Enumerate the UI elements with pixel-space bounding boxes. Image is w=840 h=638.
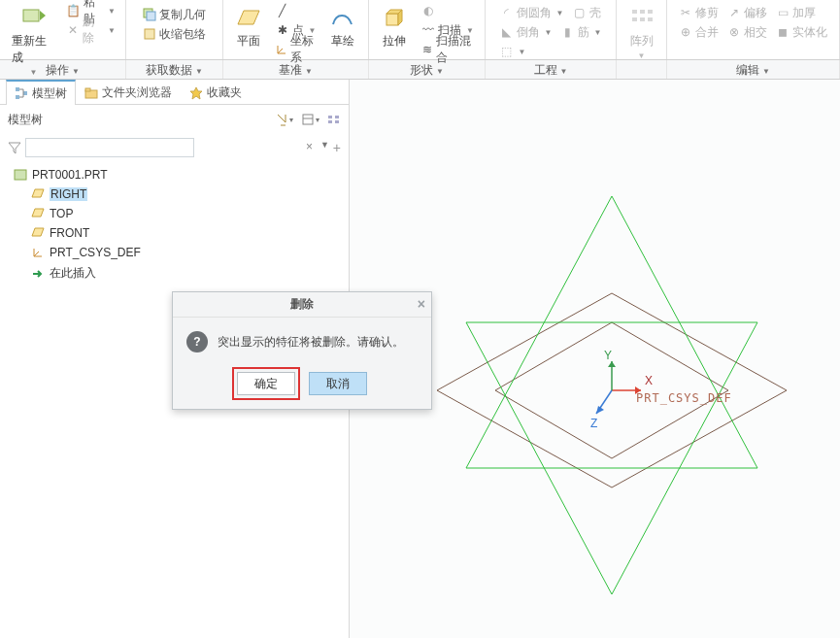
svg-rect-16	[23, 91, 27, 95]
round-button: ◜倒圆角▼ ▢壳	[496, 4, 606, 21]
axis-y-label: Y	[604, 349, 612, 362]
svg-marker-30	[32, 228, 44, 236]
search-dropdown[interactable]: ▼	[320, 140, 329, 155]
dialog-title-text: 删除	[290, 296, 314, 313]
filter-icon[interactable]	[8, 141, 21, 154]
copy-geom-icon	[143, 8, 156, 21]
cancel-button[interactable]: 取消	[309, 372, 367, 395]
sweep-blend-button[interactable]: ≋ 扫描混合	[418, 41, 479, 58]
plane-icon	[235, 4, 262, 31]
search-add[interactable]: +	[333, 140, 341, 155]
svg-marker-33	[466, 196, 757, 468]
svg-rect-24	[335, 116, 339, 118]
tree-item-top[interactable]: TOP	[4, 204, 345, 223]
tree-item-front[interactable]: FRONT	[4, 223, 345, 243]
svg-rect-25	[335, 120, 339, 123]
ribbon-group-shape: 拉伸 ◐ 〰 扫描▼ ≋ 扫描混合	[369, 0, 486, 59]
group-label-datum[interactable]: 基准▼	[223, 60, 369, 79]
tab-model-tree[interactable]: 模型树	[6, 80, 76, 105]
point-icon: ✱	[276, 23, 289, 37]
ribbon-group-datum: 平面 ╱ ✱ 点▼ 坐标系 草绘	[223, 0, 369, 59]
tree-tool-1[interactable]: ▾	[275, 113, 293, 126]
svg-rect-9	[640, 10, 645, 14]
axis-x-label: X	[645, 374, 653, 387]
ribbon-toolbar: 重新生成 ▼ 📋 粘贴▼ ✕ 删除▼ 复制几何	[0, 0, 840, 60]
ok-button[interactable]: 确定	[237, 372, 295, 395]
tree-item-right[interactable]: RIGHT	[4, 185, 345, 204]
close-icon[interactable]: ×	[418, 296, 425, 312]
csys-button[interactable]: 坐标系	[272, 41, 320, 58]
clear-search-icon[interactable]: ×	[306, 140, 313, 153]
insert-here-icon	[31, 268, 45, 280]
group-label-getdata[interactable]: 获取数据▼	[126, 60, 223, 79]
tree-search-row: × ▼ +	[0, 134, 349, 161]
ribbon-group-labels: 操作▼ 获取数据▼ 基准▼ 形状▼ 工程▼ 编辑▼	[0, 60, 840, 80]
group-label-operate[interactable]: 操作▼	[0, 60, 126, 79]
tree-tool-3[interactable]	[327, 113, 341, 126]
ribbon-group-engineering: ◜倒圆角▼ ▢壳 ◣倒角▼ ▮筋▼ ⬚▼	[486, 0, 617, 59]
sketch-icon	[329, 4, 356, 31]
axis-button[interactable]: ╱	[272, 2, 320, 19]
svg-rect-10	[648, 10, 653, 14]
tree-search-input[interactable]	[25, 138, 194, 157]
tree-icon	[15, 86, 28, 100]
svg-rect-11	[632, 17, 637, 21]
dialog-message: 突出显示的特征将被删除。请确认。	[218, 334, 404, 351]
svg-rect-20	[303, 115, 313, 124]
svg-rect-23	[328, 120, 332, 123]
plane-button[interactable]: 平面	[229, 2, 268, 58]
copy-geometry-button[interactable]: 复制几何	[139, 6, 210, 23]
paste-icon: 📋	[67, 4, 81, 17]
delete-button[interactable]: ✕ 删除▼	[63, 21, 119, 39]
svg-rect-14	[16, 87, 19, 91]
tree-item-csys[interactable]: PRT_CSYS_DEF	[4, 243, 345, 262]
svg-marker-26	[9, 143, 20, 153]
part-icon	[14, 169, 27, 181]
svg-rect-3	[145, 29, 154, 39]
axis-z-label: Z	[590, 417, 597, 430]
question-icon: ?	[186, 331, 208, 353]
svg-rect-2	[147, 12, 155, 20]
model-tree: PRT0001.PRT RIGHT TOP FRONT PRT_CSYS_DEF…	[0, 161, 349, 288]
tree-tool-2[interactable]: ▾	[301, 113, 319, 126]
svg-marker-19	[190, 87, 202, 99]
svg-rect-12	[640, 17, 645, 21]
delete-dialog: 删除 × ? 突出显示的特征将被删除。请确认。 确定 取消	[172, 291, 432, 410]
csys-small-icon	[31, 247, 45, 258]
ribbon-group-operate: 重新生成 ▼ 📋 粘贴▼ ✕ 删除▼	[0, 0, 126, 59]
group-label-shape[interactable]: 形状▼	[369, 60, 486, 79]
sketch-button[interactable]: 草绘	[323, 2, 362, 58]
tree-item-insert[interactable]: 在此插入	[4, 262, 345, 285]
svg-rect-13	[648, 17, 653, 21]
csys-label: PRT_CSYS_DEF	[636, 391, 732, 405]
folder-icon	[84, 86, 98, 100]
group-label-engineering[interactable]: 工程▼	[486, 60, 617, 79]
csys-icon	[276, 43, 287, 56]
ribbon-group-edit: ✂修剪 ↗偏移 ▭加厚 ⊕合并 ⊗相交 ◼实体化	[667, 0, 840, 59]
regenerate-icon	[19, 4, 47, 31]
plane-small-icon	[31, 227, 45, 239]
tab-favorites[interactable]: 收藏夹	[181, 80, 251, 105]
svg-rect-27	[15, 170, 26, 180]
shrinkwrap-icon	[143, 27, 156, 41]
svg-rect-18	[85, 88, 90, 91]
group-label-pattern	[617, 60, 667, 79]
sweep-blend-icon: ≋	[421, 43, 433, 56]
pattern-icon	[628, 4, 655, 31]
svg-marker-4	[238, 11, 259, 24]
revolve-button[interactable]: ◐	[418, 2, 479, 19]
dialog-titlebar[interactable]: 删除 ×	[173, 292, 431, 318]
tab-folder-browser[interactable]: 文件夹浏览器	[76, 80, 181, 105]
group-label-edit[interactable]: 编辑▼	[667, 60, 840, 79]
extrude-button[interactable]: 拉伸	[375, 2, 414, 58]
panel-tabs: 模型树 文件夹浏览器 收藏夹	[0, 80, 349, 105]
shrinkwrap-button[interactable]: 收缩包络	[139, 25, 210, 43]
pattern-button[interactable]: 阵列 ▼	[622, 2, 661, 62]
tree-header: 模型树 ▾ ▾	[0, 105, 349, 134]
svg-rect-5	[386, 14, 398, 25]
svg-marker-29	[32, 209, 44, 217]
svg-rect-15	[16, 95, 19, 99]
tree-root[interactable]: PRT0001.PRT	[4, 165, 345, 185]
svg-rect-22	[328, 116, 332, 118]
delete-icon: ✕	[67, 23, 80, 37]
